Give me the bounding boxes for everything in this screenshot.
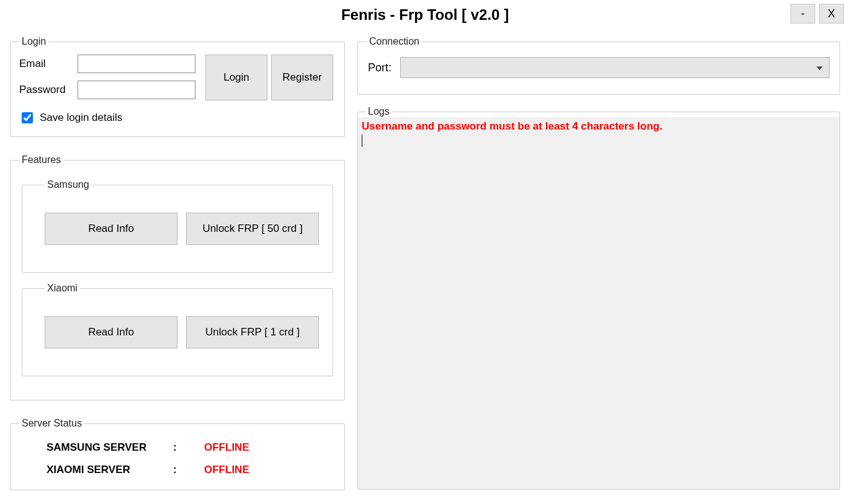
server-status-group: Server Status SAMSUNG SERVER : OFFLINE X… [10, 418, 345, 490]
window-controls: - X [790, 4, 844, 24]
close-button[interactable]: X [819, 4, 844, 24]
port-label: Port: [368, 61, 391, 74]
password-label: Password [19, 84, 73, 96]
logs-textarea[interactable]: Username and password must be at least 4… [358, 117, 839, 489]
samsung-legend: Samsung [45, 179, 92, 190]
login-group: Login Email Password Login Register [10, 36, 345, 137]
connection-legend: Connection [367, 36, 422, 47]
minimize-button[interactable]: - [790, 4, 815, 24]
logs-legend: Logs [365, 106, 392, 117]
save-login-checkbox[interactable] [22, 112, 33, 123]
server-status-legend: Server Status [19, 418, 84, 429]
features-legend: Features [19, 154, 63, 166]
left-column: Login Email Password Login Register [10, 36, 345, 490]
xiaomi-server-row: XIAOMI SERVER : OFFLINE [47, 464, 334, 476]
samsung-server-status: OFFLINE [204, 441, 249, 454]
samsung-server-name: SAMSUNG SERVER [47, 441, 173, 454]
email-label: Email [19, 58, 73, 70]
right-column: Connection Port: Logs Username and passw… [357, 36, 840, 490]
samsung-read-info-button[interactable]: Read Info [45, 213, 177, 245]
text-cursor [362, 135, 362, 147]
password-input[interactable] [78, 81, 195, 99]
app-title: Fenris - Frp Tool [ v2.0 ] [341, 6, 509, 24]
xiaomi-server-name: XIAOMI SERVER [47, 464, 173, 476]
xiaomi-legend: Xiaomi [45, 283, 80, 294]
xiaomi-read-info-button[interactable]: Read Info [45, 316, 177, 348]
connection-group: Connection Port: [357, 36, 840, 95]
port-dropdown[interactable] [400, 57, 830, 78]
log-line: Username and password must be at least 4… [362, 120, 836, 133]
titlebar: Fenris - Frp Tool [ v2.0 ] - X [0, 0, 850, 30]
features-group: Features Samsung Read Info Unlock FRP [ … [10, 154, 345, 400]
email-input[interactable] [78, 55, 195, 73]
xiaomi-server-status: OFFLINE [204, 464, 249, 476]
content-area: Login Email Password Login Register [0, 30, 850, 503]
samsung-server-row: SAMSUNG SERVER : OFFLINE [47, 441, 334, 454]
xiaomi-group: Xiaomi Read Info Unlock FRP [ 1 crd ] [22, 283, 333, 376]
save-login-label: Save login details [40, 112, 122, 124]
xiaomi-unlock-frp-button[interactable]: Unlock FRP [ 1 crd ] [186, 316, 319, 348]
samsung-group: Samsung Read Info Unlock FRP [ 50 crd ] [22, 179, 333, 273]
login-button[interactable]: Login [205, 55, 267, 100]
logs-group: Logs Username and password must be at le… [357, 106, 840, 490]
register-button[interactable]: Register [271, 55, 333, 100]
login-legend: Login [19, 36, 48, 47]
samsung-unlock-frp-button[interactable]: Unlock FRP [ 50 crd ] [186, 213, 319, 245]
